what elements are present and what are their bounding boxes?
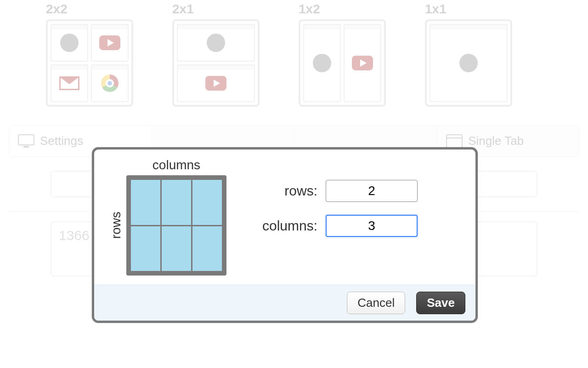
preset-label: 2x2 [46, 2, 133, 17]
preset-label: 1x1 [425, 2, 512, 17]
resolution-width-value: 1366 [59, 228, 90, 243]
preset-2x2[interactable]: 2x2 [46, 2, 133, 107]
grid-fields: rows: columns: [249, 158, 463, 237]
preset-2x1[interactable]: 2x1 [172, 2, 260, 107]
rows-input[interactable] [326, 180, 418, 202]
columns-axis-label: columns [126, 158, 226, 172]
github-icon [313, 54, 331, 72]
columns-input[interactable] [326, 215, 418, 237]
youtube-icon [99, 35, 120, 50]
dialog-footer: Cancel Save [94, 285, 475, 321]
svg-rect-2 [447, 135, 462, 148]
grid-config-dialog: columns rows rows: columns: Cancel Save [92, 147, 478, 323]
youtube-icon [205, 76, 226, 91]
gmail-icon [59, 76, 79, 90]
svg-rect-0 [18, 135, 34, 145]
preset-thumb [299, 19, 386, 107]
window-icon [446, 134, 463, 148]
preset-thumb [46, 19, 133, 107]
youtube-icon [352, 56, 373, 70]
preset-label: 2x1 [172, 2, 260, 17]
preset-label: 1x2 [299, 2, 386, 17]
layout-presets-row: 2x2 2x1 1x2 1x1 [0, 0, 588, 107]
svg-rect-1 [23, 146, 29, 148]
grid-preview-wrap: columns rows [107, 158, 226, 276]
preset-1x1[interactable]: 1x1 [425, 2, 512, 107]
github-icon [207, 34, 225, 52]
github-icon [60, 34, 79, 52]
rows-label: rows: [249, 183, 317, 199]
cancel-button[interactable]: Cancel [347, 292, 405, 314]
rows-axis-label: rows [109, 212, 124, 239]
preset-thumb [425, 19, 512, 107]
columns-label: columns: [249, 218, 317, 234]
chrome-icon [101, 75, 119, 92]
tab-label: Single Tab [468, 134, 524, 148]
tab-label: Settings [40, 134, 83, 148]
save-button[interactable]: Save [416, 292, 465, 314]
monitor-icon [18, 134, 34, 148]
github-icon [459, 54, 478, 72]
grid-preview [126, 175, 226, 276]
preset-thumb [172, 19, 260, 107]
preset-1x2[interactable]: 1x2 [299, 2, 386, 107]
